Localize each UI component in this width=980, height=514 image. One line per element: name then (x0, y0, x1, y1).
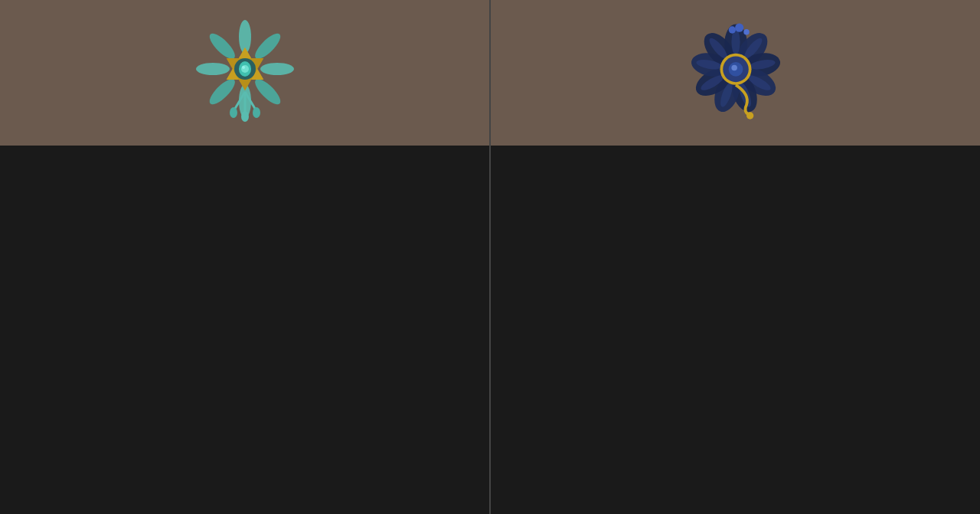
svg-point-17 (242, 66, 245, 69)
svg-point-16 (241, 65, 249, 73)
right-artifact-icon (682, 11, 789, 134)
svg-point-23 (241, 111, 249, 122)
right-panel (489, 0, 980, 514)
svg-point-6 (196, 63, 230, 75)
left-artifact-header (0, 0, 489, 146)
svg-point-1 (251, 30, 283, 62)
svg-point-2 (260, 63, 294, 75)
svg-point-46 (743, 29, 749, 34)
svg-point-22 (253, 107, 260, 118)
right-info-table (491, 146, 980, 514)
svg-point-45 (735, 24, 743, 32)
left-artifact-icon (191, 11, 299, 134)
left-panel (0, 0, 489, 514)
left-info-table (0, 146, 489, 514)
svg-point-7 (206, 30, 238, 62)
svg-point-44 (728, 26, 735, 33)
svg-point-47 (746, 112, 753, 119)
svg-point-49 (731, 65, 737, 70)
svg-point-21 (230, 107, 237, 118)
right-artifact-header (491, 0, 980, 146)
svg-point-3 (251, 75, 283, 107)
svg-point-5 (206, 75, 238, 107)
